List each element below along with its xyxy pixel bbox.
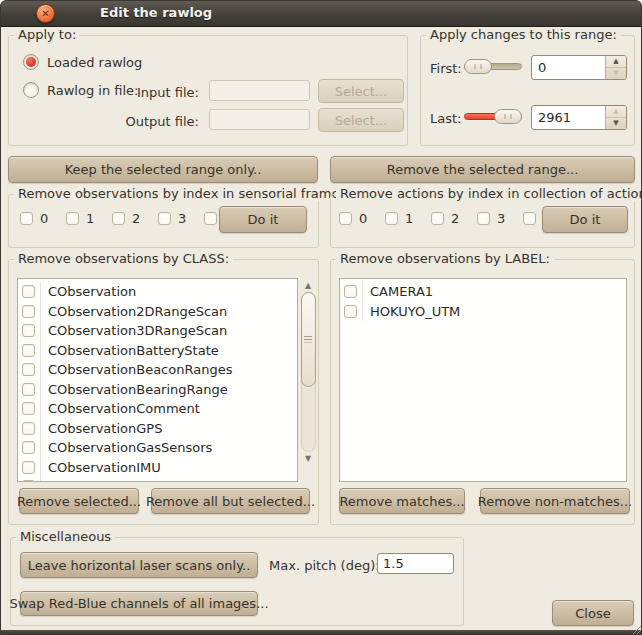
checkbox-icon[interactable]: [22, 383, 35, 396]
last-slider-thumb[interactable]: [494, 109, 522, 124]
obs-index-checkbox-item[interactable]: 0: [20, 211, 66, 226]
spin-up-icon[interactable]: ▲: [606, 106, 626, 118]
class-item-label: CObservationGPS: [48, 421, 162, 436]
checkbox-icon[interactable]: [22, 480, 35, 482]
class-list-item[interactable]: CObservation: [18, 282, 297, 302]
window-close-button[interactable]: ✕: [36, 4, 55, 23]
label-list-item[interactable]: HOKUYO_UTM: [340, 302, 626, 322]
do-it-actions-button[interactable]: Do it: [542, 206, 628, 233]
first-value-input[interactable]: [532, 56, 605, 79]
class-list-item[interactable]: CObservationBeaconRanges: [18, 360, 297, 380]
checkbox-icon[interactable]: [22, 285, 35, 298]
obs-index-checkbox-item[interactable]: 3: [158, 211, 204, 226]
class-list-item[interactable]: CObservationGasSensors: [18, 438, 297, 458]
rawlog-in-file-radio[interactable]: [23, 82, 39, 98]
checkbox-icon[interactable]: [431, 212, 444, 225]
close-button[interactable]: Close: [552, 600, 634, 626]
spin-up-icon[interactable]: ▲: [606, 56, 626, 68]
first-spin-buttons[interactable]: ▲ ▼: [605, 56, 626, 79]
checkbox-icon[interactable]: [385, 212, 398, 225]
remove-all-but-selected-button[interactable]: Remove all but selected...: [151, 488, 310, 514]
label-list-item[interactable]: CAMERA1: [340, 282, 626, 302]
remove-range-button[interactable]: Remove the selected range...: [330, 156, 635, 183]
checkbox-icon[interactable]: [339, 212, 352, 225]
remove-non-matches-button[interactable]: Remove non-matches...: [480, 488, 630, 514]
checkbox-icon[interactable]: [477, 212, 490, 225]
spin-down-icon[interactable]: ▼: [606, 68, 626, 79]
rawlog-in-file-option[interactable]: Rawlog in file:: [23, 82, 138, 98]
class-list-item[interactable]: CObservation2DRangeScan: [18, 302, 297, 322]
checkbox-icon[interactable]: [20, 212, 33, 225]
class-list-scrollbar[interactable]: ▲ ▼: [300, 280, 316, 464]
class-list-item[interactable]: CObservationBearingRange: [18, 380, 297, 400]
input-file-field[interactable]: [209, 80, 310, 101]
checkbox-icon[interactable]: [158, 212, 171, 225]
first-slider[interactable]: [464, 59, 522, 74]
group-apply-to: Apply to: Loaded rawlog Rawlog in file: …: [8, 35, 408, 146]
group-by-label-legend: Remove observations by LABEL:: [336, 251, 554, 266]
loaded-rawlog-option[interactable]: Loaded rawlog: [23, 54, 142, 70]
spin-down-icon[interactable]: ▼: [606, 118, 626, 129]
remove-matches-button[interactable]: Remove matches...: [339, 488, 465, 514]
group-actions-by-index-legend: Remove actions by index in collection of…: [336, 186, 642, 201]
obs-index-label: 2: [132, 211, 140, 226]
class-list-item[interactable]: CObservationGPS: [18, 419, 297, 439]
list-divider: [40, 282, 41, 302]
obs-index-checkbox-item[interactable]: 2: [112, 211, 158, 226]
window-title: Edit the rawlog: [100, 5, 212, 20]
checkbox-icon[interactable]: [66, 212, 79, 225]
class-list-item[interactable]: CObservationBatteryState: [18, 341, 297, 361]
scroll-down-icon[interactable]: ▼: [305, 453, 311, 464]
keep-range-button[interactable]: Keep the selected range only..: [8, 156, 318, 183]
action-index-checkbox-item[interactable]: 1: [385, 211, 431, 226]
class-list-item[interactable]: CObservation3DRangeScan: [18, 321, 297, 341]
first-spinbox[interactable]: ▲ ▼: [531, 55, 627, 80]
last-slider[interactable]: [464, 109, 522, 124]
swap-red-blue-button[interactable]: Swap Red-Blue channels of all images...: [20, 591, 258, 616]
action-index-checkboxes: 0 1 2 3: [339, 211, 569, 226]
scrollbar-grip-icon: [304, 336, 312, 343]
label-list[interactable]: CAMERA1 HOKUYO_UTM: [339, 278, 627, 482]
first-slider-thumb[interactable]: [464, 59, 492, 74]
scrollbar-track[interactable]: [301, 292, 316, 452]
do-it-observations-button[interactable]: Do it: [219, 206, 307, 233]
checkbox-icon[interactable]: [22, 305, 35, 318]
action-index-label: 3: [497, 211, 505, 226]
checkbox-icon[interactable]: [22, 441, 35, 454]
checkbox-icon[interactable]: [22, 461, 35, 474]
checkbox-icon[interactable]: [22, 344, 35, 357]
checkbox-icon[interactable]: [344, 305, 357, 318]
max-pitch-input[interactable]: [377, 553, 454, 574]
select-input-file-button[interactable]: Select...: [318, 79, 404, 103]
class-item-label: CObservation2DRangeScan: [48, 304, 227, 319]
checkbox-icon[interactable]: [22, 402, 35, 415]
checkbox-icon[interactable]: [22, 363, 35, 376]
checkbox-icon[interactable]: [523, 212, 536, 225]
action-index-checkbox-item[interactable]: 0: [339, 211, 385, 226]
group-miscellaneous-legend: Miscellaneous: [16, 529, 115, 544]
titlebar[interactable]: ✕ Edit the rawlog: [0, 0, 642, 27]
checkbox-icon[interactable]: [22, 324, 35, 337]
action-index-checkbox-item[interactable]: 2: [431, 211, 477, 226]
loaded-rawlog-radio[interactable]: [23, 54, 39, 70]
class-list-item[interactable]: CObservationIMU: [18, 458, 297, 478]
checkbox-icon[interactable]: [112, 212, 125, 225]
last-value-input[interactable]: [532, 106, 605, 129]
class-list-item[interactable]: CObservationImage: [18, 477, 297, 482]
scrollbar-thumb[interactable]: [301, 292, 316, 387]
select-output-file-button[interactable]: Select...: [318, 108, 404, 132]
output-file-field[interactable]: [209, 109, 310, 130]
scroll-up-icon[interactable]: ▲: [305, 280, 311, 291]
obs-index-label: 3: [178, 211, 186, 226]
obs-index-checkbox-item[interactable]: 1: [66, 211, 112, 226]
checkbox-icon[interactable]: [22, 422, 35, 435]
last-spin-buttons[interactable]: ▲ ▼: [605, 106, 626, 129]
last-spinbox[interactable]: ▲ ▼: [531, 105, 627, 130]
checkbox-icon[interactable]: [344, 285, 357, 298]
remove-selected-button[interactable]: Remove selected...: [19, 488, 139, 514]
action-index-checkbox-item[interactable]: 3: [477, 211, 523, 226]
class-list[interactable]: CObservation CObservation2DRangeScan COb…: [17, 278, 298, 482]
checkbox-icon[interactable]: [204, 212, 217, 225]
class-list-item[interactable]: CObservationComment: [18, 399, 297, 419]
leave-horizontal-scans-button[interactable]: Leave horizontal laser scans only..: [20, 552, 258, 578]
